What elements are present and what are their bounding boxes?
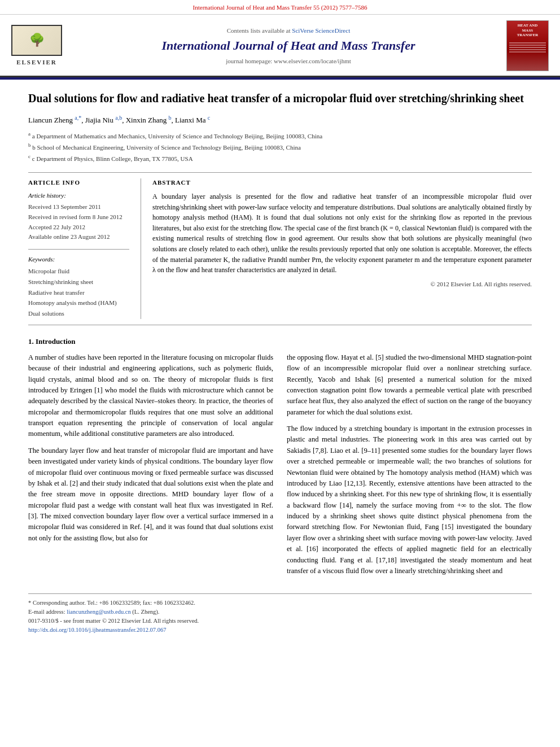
journal-homepage: journal homepage: www.elsevier.com/locat… xyxy=(90,57,487,65)
intro-para-3: the opposing flow. Hayat et al. [5] stud… xyxy=(287,352,532,418)
authors-text: Liancun Zheng a,*, Jiajia Niu a,b, Xinxi… xyxy=(28,116,210,124)
keywords-block: Keywords: Micropolar fluid Stretching/sh… xyxy=(28,255,129,319)
journal-header: ELSEVIER Contents lists available at Sci… xyxy=(0,15,560,77)
keywords-title: Keywords: xyxy=(28,255,129,264)
revised-date: Received in revised form 8 June 2012 xyxy=(28,212,129,222)
section-divider-2 xyxy=(28,325,532,325)
article-history-block: Article history: Received 13 September 2… xyxy=(28,191,129,242)
cover-decorative-lines xyxy=(509,41,546,54)
keyword-3: Radiative heat transfer xyxy=(28,287,129,298)
article-info-label: ARTICLE INFO xyxy=(28,178,129,187)
body-two-col: A number of studies have been reported i… xyxy=(28,352,532,583)
abstract-column: ABSTRACT A boundary layer analysis is pr… xyxy=(141,178,532,319)
doi-link[interactable]: http://dx.doi.org/10.1016/j.ijheatmasstr… xyxy=(28,627,167,633)
affiliation-c: c c Department of Physics, Blinn College… xyxy=(28,152,532,164)
abstract-text: A boundary layer analysis is presented f… xyxy=(152,191,532,276)
keyword-4: Homotopy analysis method (HAM) xyxy=(28,298,129,308)
introduction-section: 1. Introduction A number of studies have… xyxy=(28,337,532,583)
elsevier-branding: ELSEVIER xyxy=(11,25,79,67)
footnote-email: E-mail address: liancunzheng@ustb.edu.cn… xyxy=(28,608,532,617)
affiliation-a: a a Department of Mathematics and Mechan… xyxy=(28,130,532,141)
journal-citation-bar: International Journal of Heat and Mass T… xyxy=(0,0,560,15)
paper-title: Dual solutions for flow and radiative he… xyxy=(28,91,532,106)
contents-text: Contents lists available at xyxy=(227,27,292,34)
info-divider xyxy=(28,249,129,250)
intro-para-4: The flow induced by a stretching boundar… xyxy=(287,423,532,576)
article-info-column: ARTICLE INFO Article history: Received 1… xyxy=(28,178,141,319)
sciverse-bar: Contents lists available at SciVerse Sci… xyxy=(90,27,487,35)
available-date: Available online 23 August 2012 xyxy=(28,232,129,242)
affiliations-block: a a Department of Mathematics and Mechan… xyxy=(28,130,532,164)
intro-title: 1. Introduction xyxy=(28,337,532,347)
cover-line-4 xyxy=(509,49,546,50)
body-col-right: the opposing flow. Hayat et al. [5] stud… xyxy=(287,352,532,583)
elsevier-logo: ELSEVIER xyxy=(11,25,62,67)
elsevier-tree-logo xyxy=(11,25,62,56)
cover-title-text: HEAT ANDMASSTRANSFER xyxy=(517,23,539,37)
keyword-5: Dual solutions xyxy=(28,308,129,319)
intro-para-1: A number of studies have been reported i… xyxy=(28,352,273,440)
footnote-email-link[interactable]: liancunzheng@ustb.edu.cn xyxy=(67,609,130,615)
keyword-2: Stretching/shrinking sheet xyxy=(28,277,129,287)
cover-line-1 xyxy=(509,42,546,43)
footnote-issn: 0017-9310/$ - see front matter © 2012 El… xyxy=(28,617,532,626)
paper-content: Dual solutions for flow and radiative he… xyxy=(0,80,560,645)
elsevier-wordmark: ELSEVIER xyxy=(16,58,57,67)
received-date: Received 13 September 2011 xyxy=(28,202,129,212)
footnote-doi: http://dx.doi.org/10.1016/j.ijheatmasstr… xyxy=(28,626,532,635)
cover-line-5 xyxy=(509,51,546,53)
journal-cover-thumbnail: HEAT ANDMASSTRANSFER xyxy=(506,20,549,71)
cover-line-2 xyxy=(509,45,546,46)
section-divider-1 xyxy=(28,172,532,173)
journal-full-title: International Journal of Heat and Mass T… xyxy=(90,38,487,53)
cover-thumbnail-area: HEAT ANDMASSTRANSFER xyxy=(498,20,549,71)
cover-line-3 xyxy=(509,47,546,48)
journal-citation-text: International Journal of Heat and Mass T… xyxy=(193,4,368,11)
abstract-label: ABSTRACT xyxy=(152,178,532,187)
history-title: Article history: xyxy=(28,191,129,200)
affiliation-b: b b School of Mechanical Engineering, Un… xyxy=(28,141,532,152)
article-info-abstract-section: ARTICLE INFO Article history: Received 1… xyxy=(28,178,532,319)
body-col-left: A number of studies have been reported i… xyxy=(28,352,273,583)
accepted-date: Accepted 22 July 2012 xyxy=(28,222,129,233)
intro-para-2: The boundary layer flow and heat transfe… xyxy=(28,445,273,544)
journal-title-area: Contents lists available at SciVerse Sci… xyxy=(79,27,498,65)
footnote-corresponding: * Corresponding author. Tel.: +86 106233… xyxy=(28,599,532,608)
keyword-1: Micropolar fluid xyxy=(28,266,129,277)
sciverse-link[interactable]: SciVerse ScienceDirect xyxy=(292,27,350,34)
footnotes-section: * Corresponding author. Tel.: +86 106233… xyxy=(28,593,532,634)
copyright-text: © 2012 Elsevier Ltd. All rights reserved… xyxy=(152,280,532,289)
authors-line: Liancun Zheng a,*, Jiajia Niu a,b, Xinxi… xyxy=(28,113,532,125)
